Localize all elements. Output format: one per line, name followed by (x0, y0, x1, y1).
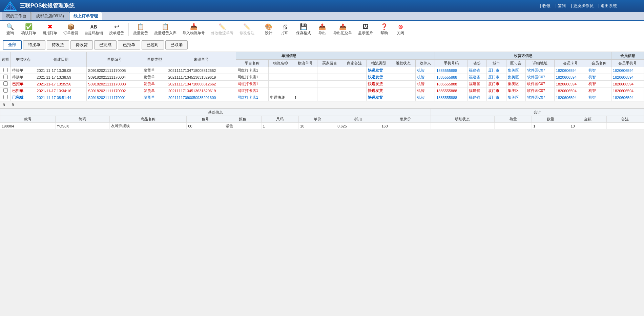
row-receiver: 机智 (415, 87, 435, 94)
table-row[interactable]: 已拒单 2021-11-17 13:35:56 S091820211111700… (0, 81, 644, 87)
table-wrapper[interactable]: 选择 单据状态 创建日期 单据编号 单据类型 来源单号 单据信息 收货方信息 会… (0, 52, 644, 101)
edit-note-button[interactable]: ✏️ 修改备注 (237, 22, 257, 37)
row-member-name: 机智 (587, 87, 611, 94)
row-member-card: 1820606594 (554, 94, 587, 101)
row-source-no: 20211117134513631329619 (167, 87, 236, 94)
row-logistics-type: 快递发货 (367, 67, 391, 74)
return-icon: ↩ (114, 23, 119, 31)
detail-col-size: 尺码 (261, 116, 298, 123)
row-status: 已拒单 (11, 87, 35, 94)
title-bar: 三联POS收银管理系统 | 收银 | 签到 | 更换操作员 | 退出系统 (0, 0, 644, 12)
detail-qty: 1 (532, 123, 569, 130)
table-row[interactable]: 已完成 2021-11-17 08:51:44 S091820211111700… (0, 94, 644, 101)
send-icon: 📦 (67, 23, 75, 31)
send-order-button[interactable]: 📦 订单发货 (61, 22, 81, 37)
col-member-name: 会员名称 (587, 60, 611, 67)
row-buyer-note (317, 94, 342, 101)
reject-label: 回拒订单 (42, 31, 57, 36)
import-icon: 📥 (190, 23, 198, 31)
help-button[interactable]: ❓ 帮助 (377, 22, 392, 37)
row-buyer-note (317, 67, 342, 74)
edit-logistics-button[interactable]: ✏️ 修改物流单号 (209, 22, 236, 37)
edit-note-label: 修改备注 (240, 31, 254, 36)
filter-waiting[interactable]: 待接单 (23, 40, 45, 50)
filter-bar: 全部 待接单 待发货 待收货 已完成 已拒单 已超时 已取消 (0, 38, 644, 52)
table-row[interactable]: 待接单 2021-11-17 13:38:59 S091820211111700… (0, 74, 644, 81)
detail-row[interactable]: 199904 YQSJX 友崎胖摆线 00 紫色 1 10 0.625 160 … (0, 123, 644, 130)
col-city: 城市 (487, 60, 506, 67)
batch-send-icon: 📋 (137, 23, 144, 31)
filter-to-send[interactable]: 待发货 (47, 40, 69, 50)
row-phone: 1885555888 (435, 67, 468, 74)
tab-chengdu[interactable]: 成都总店(0918) (32, 12, 68, 20)
menu-shoyin[interactable]: | 收银 (540, 3, 550, 9)
detail-section: 基础信息 合计 款号 简码 商品名称 色号 颜色 尺码 单价 折扣 吊牌价 明细… (0, 108, 644, 130)
confirm-order-button[interactable]: ✅ 确认订单 (19, 22, 39, 37)
tab-online-order[interactable]: 线上订单管理 (69, 12, 102, 20)
detail-col-discount: 折扣 (336, 116, 380, 123)
menu-change-op[interactable]: | 更换操作员 (571, 3, 593, 9)
row-type: 发货单 (142, 67, 167, 74)
row-checkbox[interactable] (0, 94, 11, 101)
filter-completed[interactable]: 已完成 (94, 40, 117, 50)
show-image-icon: 🖼 (362, 23, 369, 31)
detail-col-amount: 金额 (569, 116, 606, 123)
row-type: 发货单 (142, 81, 167, 87)
query-icon: 🔍 (6, 23, 14, 31)
top-menu: | 收银 | 签到 | 更换操作员 | 退出系统 (540, 0, 617, 12)
filter-all[interactable]: 全部 (3, 40, 22, 50)
row-checkbox[interactable] (0, 67, 11, 74)
print-icon: 🖨 (282, 23, 288, 31)
detail-color-code: 00 (187, 123, 224, 130)
filter-cancelled[interactable]: 已取消 (165, 40, 188, 50)
row-province: 福建省 (468, 67, 487, 74)
filter-to-receive[interactable]: 待收货 (70, 40, 93, 50)
save-format-button[interactable]: 💾 保存格式 (294, 22, 313, 37)
reject-order-button[interactable]: ✖ 回拒订单 (40, 22, 60, 37)
row-type: 发货单 (142, 74, 167, 81)
row-buyer-note (317, 81, 342, 87)
row-logistics-name (268, 87, 293, 94)
row-logistics-no (293, 74, 317, 81)
row-checkbox[interactable] (0, 87, 11, 94)
return-button[interactable]: ↩ 按单退货 (107, 22, 126, 37)
export-button[interactable]: 📤 导出 (315, 22, 330, 37)
menu-qiandao[interactable]: | 签到 (556, 3, 566, 9)
row-source-no: 20211117134513631329619 (167, 74, 236, 81)
row-buyer-note (317, 87, 342, 94)
filter-rejected[interactable]: 已拒单 (118, 40, 140, 50)
row-member-card: 1820606594 (554, 67, 587, 74)
send-label: 订单发货 (63, 31, 78, 36)
row-source-no: 20211117134718008812662 (167, 81, 236, 87)
batch-send-button[interactable]: 📋 批量发货 (131, 22, 150, 37)
row-checkbox[interactable] (0, 81, 11, 87)
self-pickup-button[interactable]: AB 自提码核销 (82, 22, 105, 37)
tab-work[interactable]: 我的工作台 (2, 12, 31, 20)
close-button[interactable]: ⊗ 关闭 (393, 22, 408, 37)
separator-1 (128, 23, 129, 36)
filter-overtime[interactable]: 已超时 (142, 40, 164, 50)
design-button[interactable]: 🎨 设计 (261, 22, 276, 37)
row-logistics-type: 快递发货 (367, 81, 391, 87)
menu-exit[interactable]: | 退出系统 (599, 3, 617, 9)
import-logistics-button[interactable]: 📥 导入物流单号 (180, 22, 207, 37)
show-image-button[interactable]: 🖼 显示图片 (356, 22, 375, 37)
col-logistics-type: 物流类型 (367, 60, 391, 67)
edit-logistics-label: 修改物流单号 (211, 31, 233, 36)
row-rights (391, 94, 415, 101)
detail-col-color: 颜色 (224, 116, 261, 123)
app-title: 三联POS收银管理系统 (20, 2, 75, 9)
table-row[interactable]: 已拒单 2021-11-17 13:34:16 S091820211111700… (0, 87, 644, 94)
query-button[interactable]: 🔍 查询 (3, 22, 18, 37)
row-address: 软件园C07 (525, 87, 554, 94)
row-checkbox[interactable] (0, 74, 11, 81)
print-button[interactable]: 🖨 打印 (277, 22, 292, 37)
export-merge-button[interactable]: 📤 导出汇总单 (331, 22, 354, 37)
row-date: 2021-11-17 13:38:59 (35, 74, 87, 81)
row-member-card: 1820606594 (554, 74, 587, 81)
table-row[interactable]: 待接单 2021-11-17 13:39:08 S091820211111700… (0, 67, 644, 74)
orders-table: 选择 单据状态 创建日期 单据编号 单据类型 来源单号 单据信息 收货方信息 会… (0, 52, 644, 101)
print-label: 打印 (281, 31, 289, 36)
batch-return-button[interactable]: 📋 批量退货入库 (152, 22, 179, 37)
detail-note (606, 123, 644, 130)
